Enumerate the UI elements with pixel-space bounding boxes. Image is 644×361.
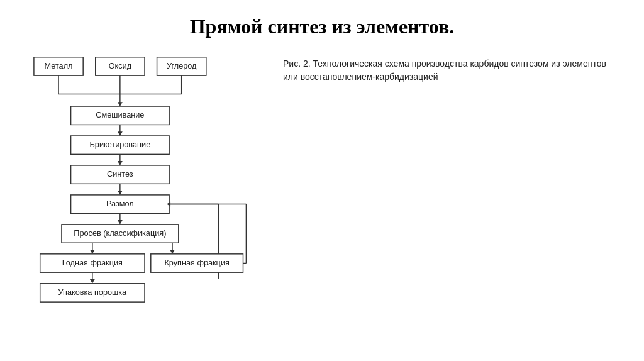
diagram: Металл Оксид Углерод Смешивание (25, 51, 264, 336)
svg-marker-26 (90, 250, 95, 254)
svg-marker-36 (90, 279, 95, 284)
label-krupnaya: Крупная фракция (164, 258, 229, 267)
label-briket: Брикетирование (90, 140, 151, 149)
label-sintez: Синтез (107, 169, 133, 179)
svg-marker-18 (118, 191, 123, 195)
label-upakovka: Упаковка порошка (58, 287, 127, 297)
svg-marker-28 (170, 250, 175, 254)
label-godnaya: Годная фракция (62, 258, 123, 267)
label-oxide: Оксид (109, 61, 132, 70)
svg-marker-12 (118, 131, 123, 136)
svg-marker-23 (118, 220, 123, 225)
label-metal: Металл (45, 61, 73, 70)
caption-text: Рис. 2. Технологическая схема производст… (283, 51, 619, 336)
label-mix: Смешивание (96, 110, 144, 119)
label-razmol: Размол (106, 199, 134, 208)
page-title: Прямой синтез из элементов. (0, 0, 644, 51)
svg-marker-9 (118, 102, 123, 106)
svg-marker-15 (118, 161, 123, 165)
label-prosev: Просев (классификация) (74, 228, 166, 238)
label-carbon: Углерод (167, 61, 197, 70)
